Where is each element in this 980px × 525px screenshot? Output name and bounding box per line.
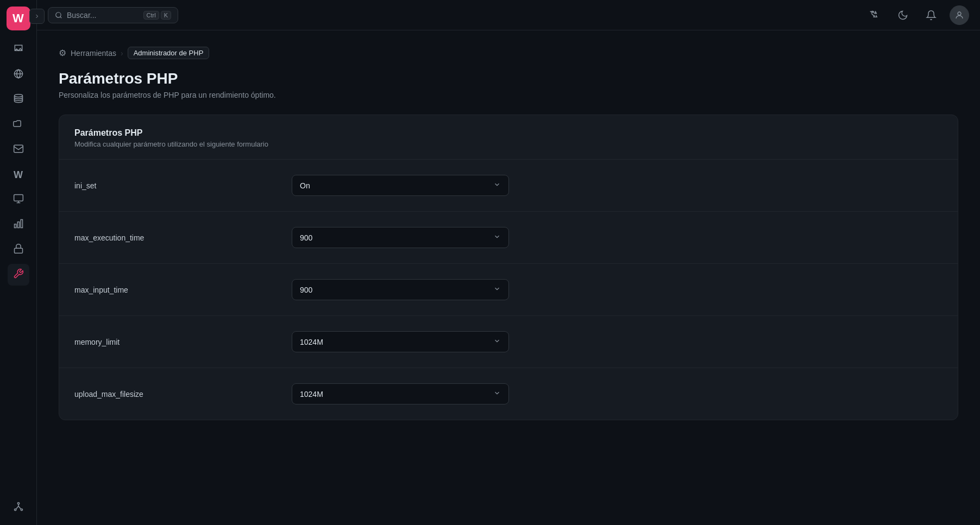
wordpress-icon: W [14, 169, 23, 181]
param-label-memory_limit: memory_limit [74, 338, 281, 346]
param-label-ini_set: ini_set [74, 181, 281, 190]
svg-rect-4 [14, 224, 16, 227]
param-row: max_execution_time900 [59, 212, 958, 264]
param-select-max_input_time[interactable]: 900 [292, 279, 509, 300]
breadcrumb-separator: › [121, 49, 123, 58]
moon-icon [897, 10, 908, 21]
svg-rect-5 [17, 222, 19, 227]
param-value-max_execution_time: 900 [300, 233, 312, 242]
param-select-upload_max_filesize[interactable]: 1024M [292, 383, 509, 404]
chevron-down-icon [493, 233, 501, 242]
content-area: ⚙ Herramientas › Administrador de PHP Pa… [37, 30, 980, 525]
lock-icon [13, 243, 24, 257]
breadcrumb-icon: ⚙ [59, 48, 66, 58]
svg-rect-6 [21, 219, 22, 227]
app-logo[interactable]: W [7, 7, 30, 30]
param-row: ini_setOn [59, 160, 958, 212]
svg-point-8 [17, 502, 19, 504]
notifications-button[interactable] [921, 5, 941, 25]
user-icon [954, 10, 964, 20]
param-value-upload_max_filesize: 1024M [300, 390, 323, 399]
sidebar: W W [0, 0, 37, 525]
sidebar-item-lock[interactable] [8, 239, 29, 261]
inbox-icon [13, 43, 24, 57]
translate-icon [869, 10, 880, 21]
mail-icon [13, 143, 24, 157]
svg-point-11 [56, 12, 61, 17]
card-description: Modifica cualquier parámetro utilizando … [74, 140, 943, 148]
chevron-down-icon [493, 337, 501, 346]
card-header: Parámetros PHP Modifica cualquier paráme… [59, 115, 958, 160]
bell-icon [926, 10, 937, 21]
database-icon [13, 93, 24, 107]
param-label-max_input_time: max_input_time [74, 286, 281, 294]
svg-point-10 [21, 509, 22, 510]
globe-icon [13, 68, 24, 82]
chevron-down-icon [493, 285, 501, 294]
search-placeholder: Buscar... [67, 11, 96, 20]
sidebar-item-folder[interactable] [8, 114, 29, 136]
tools-icon [13, 268, 24, 282]
param-value-max_input_time: 900 [300, 286, 312, 294]
sidebar-item-database[interactable] [8, 89, 29, 111]
svg-rect-7 [14, 248, 22, 253]
param-label-max_execution_time: max_execution_time [74, 233, 281, 242]
params-card: Parámetros PHP Modifica cualquier paráme… [59, 115, 958, 420]
breadcrumb: ⚙ Herramientas › Administrador de PHP [59, 47, 958, 59]
params-list: ini_setOnmax_execution_time900max_input_… [59, 160, 958, 420]
dark-mode-button[interactable] [893, 5, 913, 25]
search-box[interactable]: Buscar... Ctrl K [48, 7, 178, 23]
svg-point-12 [958, 12, 961, 15]
svg-point-1 [14, 94, 22, 97]
param-value-ini_set: On [300, 181, 310, 190]
topbar: Buscar... Ctrl K [37, 0, 980, 30]
sidebar-item-network[interactable] [8, 497, 29, 518]
param-value-memory_limit: 1024M [300, 338, 323, 346]
param-label-upload_max_filesize: upload_max_filesize [74, 390, 281, 399]
sidebar-item-wordpress[interactable]: W [8, 164, 29, 186]
network-icon [13, 501, 24, 515]
user-avatar-button[interactable] [950, 5, 969, 25]
param-row: memory_limit1024M [59, 316, 958, 368]
svg-rect-3 [14, 194, 23, 201]
keyboard-shortcut: Ctrl K [143, 11, 171, 20]
param-select-memory_limit[interactable]: 1024M [292, 331, 509, 352]
page-subtitle: Personaliza los parámetros de PHP para u… [59, 91, 958, 99]
card-title: Parámetros PHP [74, 128, 943, 138]
param-select-max_execution_time[interactable]: 900 [292, 227, 509, 248]
param-row: max_input_time900 [59, 264, 958, 316]
sidebar-item-screen[interactable] [8, 189, 29, 211]
page-title: Parámetros PHP [59, 70, 958, 87]
folder-icon [13, 118, 24, 132]
svg-point-9 [14, 509, 16, 510]
search-icon [55, 11, 62, 19]
sidebar-item-inbox[interactable] [8, 39, 29, 61]
svg-rect-2 [14, 145, 23, 152]
sidebar-item-mail[interactable] [8, 139, 29, 161]
breadcrumb-parent: Herramientas [71, 49, 116, 58]
param-row: upload_max_filesize1024M [59, 368, 958, 420]
chevron-down-icon [493, 389, 501, 399]
screen-icon [13, 193, 24, 207]
sidebar-item-chart[interactable] [8, 214, 29, 236]
sidebar-item-globe[interactable] [8, 64, 29, 86]
main-wrapper: Buscar... Ctrl K [37, 0, 980, 525]
translate-button[interactable] [865, 5, 884, 25]
sidebar-item-tools[interactable] [8, 264, 29, 286]
sidebar-toggle-button[interactable] [29, 9, 45, 24]
breadcrumb-current: Administrador de PHP [128, 47, 210, 59]
chart-icon [13, 218, 24, 232]
chevron-down-icon [493, 181, 501, 190]
param-select-ini_set[interactable]: On [292, 175, 509, 196]
